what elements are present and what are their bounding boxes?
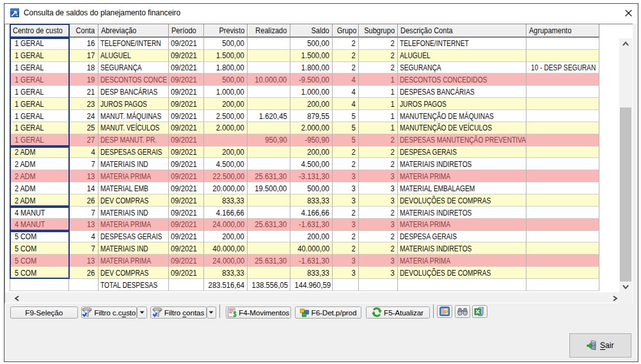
svg-text:$: $	[233, 311, 237, 317]
